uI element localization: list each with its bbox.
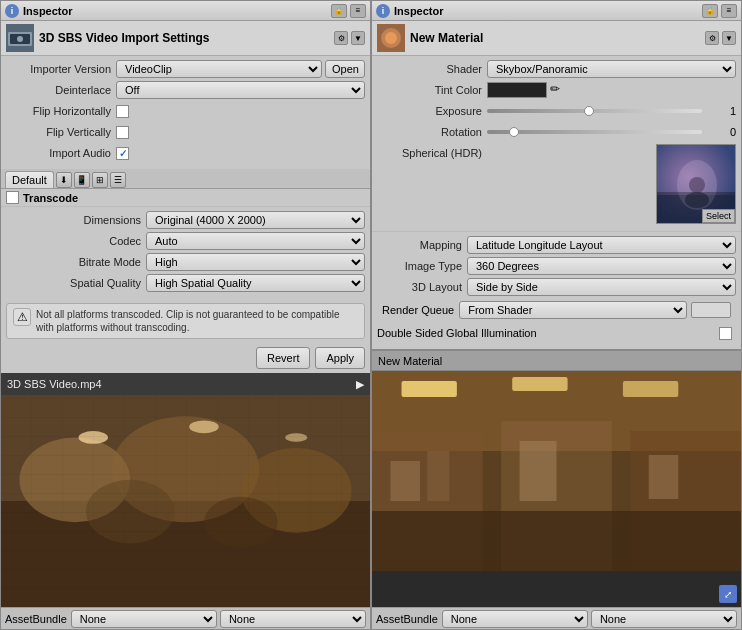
render-queue-row: Render Queue From Shader 1000 [377, 299, 736, 321]
open-button[interactable]: Open [325, 60, 365, 78]
panorama-svg [372, 371, 741, 571]
component-gear[interactable]: ⚙ [334, 31, 348, 45]
exposure-track[interactable] [487, 109, 702, 113]
material-icon [377, 24, 405, 52]
deinterlace-select[interactable]: Off [116, 81, 365, 99]
import-audio-checkbox[interactable] [116, 147, 129, 160]
bitrate-select[interactable]: High [146, 253, 365, 271]
video-svg [1, 395, 370, 607]
asset-bundle-select1-left[interactable]: None [71, 610, 217, 628]
shader-select[interactable]: Skybox/Panoramic [487, 60, 736, 78]
dimensions-select[interactable]: Original (4000 X 2000) [146, 211, 365, 229]
right-asset-bundle: AssetBundle None None [372, 607, 741, 629]
right-lock-button[interactable]: 🔒 [702, 4, 718, 18]
asset-bundle-label-right: AssetBundle [376, 613, 438, 625]
asset-bundle-select1-right[interactable]: None [442, 610, 588, 628]
svg-rect-33 [427, 451, 449, 501]
flip-v-checkbox[interactable] [116, 126, 129, 139]
right-inspector-header: i Inspector 🔒 ≡ [372, 1, 741, 21]
bitrate-row: Bitrate Mode High [16, 253, 365, 271]
svg-point-3 [17, 36, 23, 42]
svg-rect-35 [649, 455, 679, 499]
component-menu[interactable]: ▼ [351, 31, 365, 45]
exposure-value: 1 [706, 105, 736, 117]
rotation-label: Rotation [377, 126, 487, 138]
layout-3d-select[interactable]: Side by Side [467, 278, 736, 296]
expand-icon[interactable]: ⤢ [719, 585, 737, 603]
double-sided-checkbox[interactable] [719, 327, 732, 340]
exposure-row: Exposure 1 [377, 102, 736, 120]
material-preview-title: New Material [378, 355, 442, 367]
component-header: 3D SBS Video Import Settings ⚙ ▼ [1, 21, 370, 56]
render-queue-value[interactable]: 1000 [691, 302, 731, 318]
tv-tab[interactable]: ⊞ [92, 172, 108, 188]
asset-bundle-select2-left[interactable]: None [220, 610, 366, 628]
lock-button[interactable]: 🔒 [331, 4, 347, 18]
menu-button[interactable]: ≡ [350, 4, 366, 18]
rotation-thumb[interactable] [509, 127, 519, 137]
shader-label: Shader [377, 63, 487, 75]
right-inspector-title: Inspector [394, 5, 702, 17]
action-buttons: Revert Apply [1, 343, 370, 373]
svg-rect-34 [520, 441, 557, 501]
flip-h-checkbox[interactable] [116, 105, 129, 118]
select-button[interactable]: Select [702, 209, 735, 223]
warning-text: Not all platforms transcoded. Clip is no… [36, 308, 358, 334]
bitrate-label: Bitrate Mode [16, 256, 146, 268]
codec-select[interactable]: Auto [146, 232, 365, 250]
platform-tabs: Default ⬇ 📱 ⊞ ☰ [1, 169, 370, 189]
right-menu-button[interactable]: ≡ [721, 4, 737, 18]
transcode-checkbox[interactable] [6, 191, 19, 204]
play-icon[interactable]: ▶ [356, 378, 364, 391]
tint-color-swatch[interactable] [487, 82, 547, 98]
importer-version-select[interactable]: VideoClip [116, 60, 322, 78]
shader-row: Shader Skybox/Panoramic [377, 60, 736, 78]
importer-version-row: Importer Version VideoClip Open [6, 60, 365, 78]
render-queue-select[interactable]: From Shader [459, 301, 687, 319]
right-header-icons: 🔒 ≡ [702, 4, 737, 18]
svg-point-21 [685, 192, 709, 208]
thumbnail-preview[interactable]: Select [656, 144, 736, 224]
component-icon [6, 24, 34, 52]
left-panel: i Inspector 🔒 ≡ 3D SBS Video Import Sett… [0, 0, 371, 630]
transcode-label: Transcode [23, 192, 78, 204]
rotation-track[interactable] [487, 130, 702, 134]
exposure-thumb[interactable] [584, 106, 594, 116]
image-type-select[interactable]: 360 Degrees [467, 257, 736, 275]
spherical-left: Spherical (HDR) [377, 144, 656, 165]
exposure-slider-container: 1 [487, 105, 736, 117]
default-tab[interactable]: Default [5, 171, 54, 188]
flip-h-row: Flip Horizontally [6, 102, 365, 120]
image-type-row: Image Type 360 Degrees [377, 257, 736, 275]
svg-point-11 [204, 497, 278, 548]
mapping-select[interactable]: Latitude Longitude Layout [467, 236, 736, 254]
material-gear[interactable]: ⚙ [705, 31, 719, 45]
render-queue-label: Render Queue [382, 304, 454, 316]
exposure-label: Exposure [377, 105, 487, 117]
import-audio-label: Import Audio [6, 147, 116, 159]
svg-point-22 [689, 177, 705, 193]
download-tab[interactable]: ⬇ [56, 172, 72, 188]
mobile-tab[interactable]: 📱 [74, 172, 90, 188]
spherical-label: Spherical (HDR) [377, 147, 487, 159]
svg-rect-4 [1, 395, 370, 607]
web-tab[interactable]: ☰ [110, 172, 126, 188]
import-settings-fields: Importer Version VideoClip Open Deinterl… [1, 56, 370, 169]
svg-point-14 [285, 433, 307, 441]
svg-point-7 [19, 437, 130, 522]
material-menu[interactable]: ▼ [722, 31, 736, 45]
revert-button[interactable]: Revert [256, 347, 310, 369]
apply-button[interactable]: Apply [315, 347, 365, 369]
pipette-icon[interactable]: ✏ [550, 82, 566, 98]
asset-bundle-select2-right[interactable]: None [591, 610, 737, 628]
layout-3d-row: 3D Layout Side by Side [377, 278, 736, 296]
spherical-section: Spherical (HDR) [377, 144, 736, 224]
svg-point-13 [189, 420, 219, 433]
transcode-header: Transcode [1, 189, 370, 207]
spherical-row: Spherical (HDR) [377, 144, 656, 162]
spatial-quality-select[interactable]: High Spatial Quality [146, 274, 365, 292]
video-preview [1, 395, 370, 607]
double-sided-label: Double Sided Global Illumination [377, 327, 719, 339]
right-panel: i Inspector 🔒 ≡ New Material ⚙ ▼ Shader … [371, 0, 742, 630]
video-filename: 3D SBS Video.mp4 [7, 378, 102, 390]
